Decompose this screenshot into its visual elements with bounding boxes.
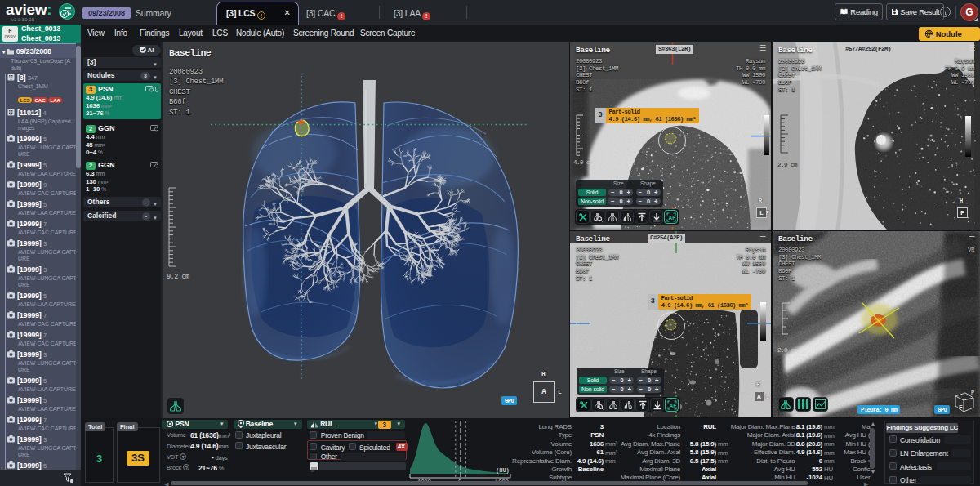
svg-text:F: F bbox=[959, 404, 963, 411]
svg-text:2.0 cm: 2.0 cm bbox=[777, 347, 798, 354]
svg-text:2.9 cm: 2.9 cm bbox=[777, 162, 798, 168]
svg-text:4.0 cm: 4.0 cm bbox=[573, 346, 594, 352]
svg-text:AF: AF bbox=[668, 215, 675, 221]
svg-text:4.0 cm: 4.0 cm bbox=[573, 159, 594, 166]
svg-text:P: P bbox=[971, 390, 974, 396]
svg-text:9.2 cm: 9.2 cm bbox=[167, 273, 189, 281]
svg-text:AF: AF bbox=[669, 403, 676, 408]
